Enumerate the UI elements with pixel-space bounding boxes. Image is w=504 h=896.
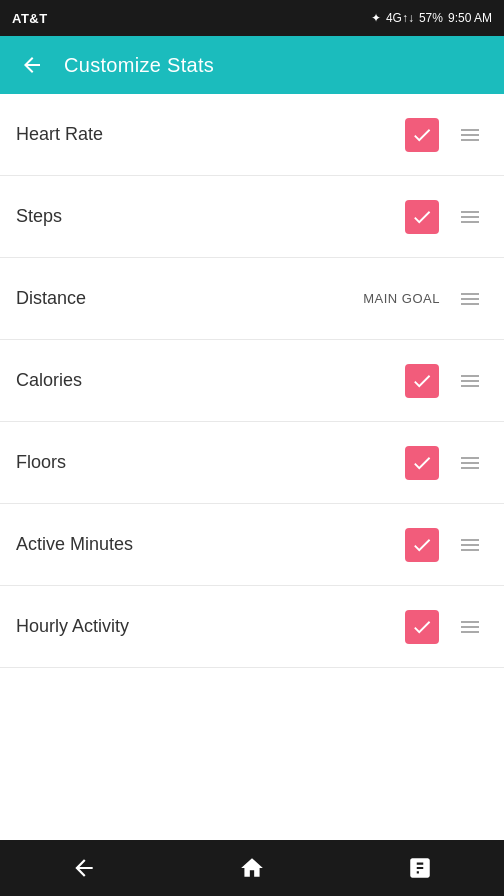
drag-handle-floors[interactable] [452,445,488,481]
stat-label-distance: Distance [16,288,363,309]
battery-label: 57% [419,11,443,25]
drag-handle-distance[interactable] [452,281,488,317]
status-icons: ✦ 4G↑↓ 57% 9:50 AM [371,11,492,25]
checkbox-steps[interactable] [404,199,440,235]
back-nav-button[interactable] [63,847,105,889]
checkbox-heart-rate[interactable] [404,117,440,153]
stat-label-active-minutes: Active Minutes [16,534,404,555]
drag-handle-calories[interactable] [452,363,488,399]
recents-nav-button[interactable] [399,847,441,889]
bottom-navigation [0,840,504,896]
stat-label-hourly-activity: Hourly Activity [16,616,404,637]
stat-controls-active-minutes [404,527,488,563]
bluetooth-icon: ✦ [371,11,381,25]
stat-label-calories: Calories [16,370,404,391]
app-header: Customize Stats [0,36,504,94]
checkbox-floors[interactable] [404,445,440,481]
stat-label-heart-rate: Heart Rate [16,124,404,145]
stat-row-active-minutes: Active Minutes [0,504,504,586]
network-icon: 4G↑↓ [386,11,414,25]
drag-handle-active-minutes[interactable] [452,527,488,563]
stat-controls-distance: MAIN GOAL [363,281,488,317]
home-nav-button[interactable] [231,847,273,889]
stat-row-heart-rate: Heart Rate [0,94,504,176]
status-bar: AT&T ✦ 4G↑↓ 57% 9:50 AM [0,0,504,36]
stat-controls-steps [404,199,488,235]
stat-row-distance: DistanceMAIN GOAL [0,258,504,340]
page-title: Customize Stats [64,54,214,77]
stats-list: Heart Rate Steps DistanceMAIN GOAL Calor… [0,94,504,840]
checkbox-hourly-activity[interactable] [404,609,440,645]
stat-controls-heart-rate [404,117,488,153]
time-label: 9:50 AM [448,11,492,25]
drag-handle-heart-rate[interactable] [452,117,488,153]
drag-handle-hourly-activity[interactable] [452,609,488,645]
stat-row-floors: Floors [0,422,504,504]
stat-controls-calories [404,363,488,399]
stat-controls-hourly-activity [404,609,488,645]
drag-handle-steps[interactable] [452,199,488,235]
checkbox-calories[interactable] [404,363,440,399]
back-button[interactable] [16,49,48,81]
stat-row-calories: Calories [0,340,504,422]
checkbox-active-minutes[interactable] [404,527,440,563]
main-goal-badge-distance: MAIN GOAL [363,291,440,306]
stat-row-steps: Steps [0,176,504,258]
stat-row-hourly-activity: Hourly Activity [0,586,504,668]
stat-controls-floors [404,445,488,481]
stat-label-steps: Steps [16,206,404,227]
carrier-label: AT&T [12,11,48,26]
stat-label-floors: Floors [16,452,404,473]
